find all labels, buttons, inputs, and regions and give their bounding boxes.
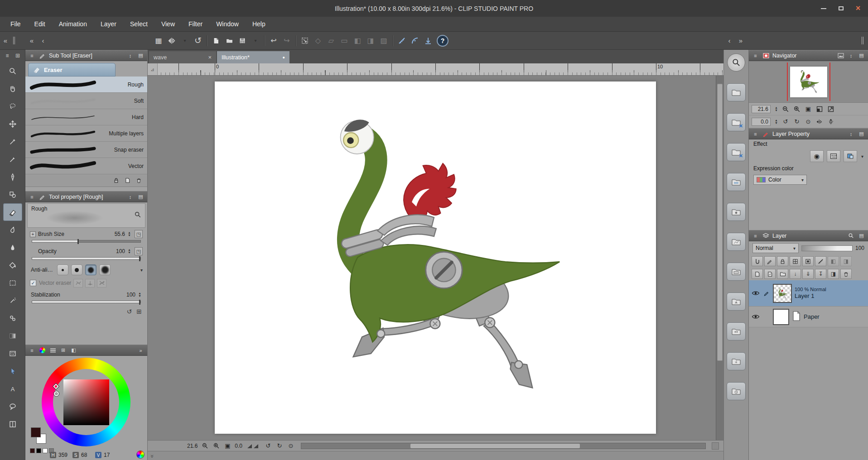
save-dropdown-icon[interactable]: [251, 35, 260, 46]
create-mask-icon[interactable]: ◨: [828, 269, 839, 279]
operation-tool[interactable]: [3, 362, 22, 380]
layer-opacity-value[interactable]: 100: [855, 245, 864, 251]
panel-grip-icon[interactable]: ≡: [28, 193, 36, 201]
screentone-right-icon[interactable]: ◨: [366, 35, 375, 46]
collapse-right-panel-icon[interactable]: ‹: [726, 37, 733, 44]
brush-preset-preview[interactable]: Rough: [27, 203, 145, 228]
stabilization-stepper[interactable]: [137, 292, 143, 297]
antialias-dropdown-icon[interactable]: [140, 267, 143, 273]
subtool-item-rough[interactable]: Rough: [25, 77, 147, 93]
nav-zoom-out-icon[interactable]: [781, 105, 791, 114]
layer-search-icon[interactable]: [847, 232, 855, 240]
right-dock-grip-icon[interactable]: [862, 37, 864, 44]
material-image-button[interactable]: [727, 263, 746, 281]
material-download-button[interactable]: [727, 352, 746, 370]
reference-layer-icon[interactable]: ◨: [840, 256, 852, 266]
toolstrip-menu-icon[interactable]: ≡: [4, 52, 11, 59]
workspace-grid-icon[interactable]: ▦: [154, 35, 163, 46]
collapse-toolstrip-icon[interactable]: «: [2, 37, 9, 44]
eraser-tool[interactable]: [3, 203, 22, 221]
lock-transparent-pixels-icon[interactable]: [790, 256, 801, 266]
opacity-stepper[interactable]: [126, 249, 132, 254]
menu-file[interactable]: File: [4, 18, 28, 30]
reset-view-icon[interactable]: ⊙: [287, 442, 295, 450]
status-zoom-value[interactable]: 21.6: [187, 443, 198, 449]
panel-grip-icon[interactable]: ≡: [28, 52, 36, 59]
layer-row-paper[interactable]: Paper: [749, 307, 868, 327]
panel-menu-icon[interactable]: ▤: [858, 52, 865, 59]
page-spread-icon[interactable]: [246, 442, 261, 450]
horizontal-scrollbar[interactable]: [301, 443, 706, 449]
layer-thumbnail[interactable]: [773, 309, 789, 325]
undo-icon[interactable]: ↩: [269, 35, 278, 46]
layer-visibility-icon[interactable]: [751, 290, 760, 296]
layer-thumbnail[interactable]: [773, 284, 792, 303]
frame-border-tool[interactable]: [3, 415, 22, 433]
auto-select-tool[interactable]: [3, 133, 22, 150]
layer-visibility-icon[interactable]: [751, 314, 760, 320]
color-mixer-tab-icon[interactable]: ◧: [70, 346, 77, 354]
reset-rotate-icon[interactable]: ↺: [193, 35, 203, 46]
color-slider-tab-icon[interactable]: [49, 346, 57, 354]
quick-access-panel-button[interactable]: [727, 83, 746, 101]
nav-flip-vertical-icon[interactable]: [826, 117, 836, 126]
expression-color-dropdown[interactable]: Color: [753, 175, 807, 185]
brush-tool[interactable]: [3, 239, 22, 256]
status-fit-icon[interactable]: ▣: [223, 442, 231, 450]
subtool-item-soft[interactable]: Soft: [25, 93, 147, 109]
fill-tool[interactable]: [3, 256, 22, 274]
liquify-icon[interactable]: ▭: [340, 35, 349, 46]
canvas-page[interactable]: [215, 81, 656, 434]
new-vector-layer-icon[interactable]: [764, 269, 776, 279]
maximize-button[interactable]: [834, 4, 847, 14]
menu-layer[interactable]: Layer: [94, 18, 123, 30]
hue-value[interactable]: 359: [58, 452, 70, 458]
figure-tool[interactable]: [3, 186, 22, 203]
vertical-scroll-thumb[interactable]: [717, 84, 723, 361]
menu-window[interactable]: Window: [209, 18, 246, 30]
expand-timeline-icon[interactable]: »: [149, 455, 156, 457]
toolprop-panel-header[interactable]: ≡ Tool property [Rough] ↕ ▤: [25, 191, 147, 202]
tab-wave[interactable]: wave ×: [149, 51, 216, 63]
menu-edit[interactable]: Edit: [28, 18, 52, 30]
navigator-rotation-stepper[interactable]: [773, 119, 779, 125]
brush-size-value[interactable]: 55.6: [107, 231, 125, 237]
subtool-group-eraser[interactable]: Eraser: [28, 63, 116, 77]
flip-canvas-icon[interactable]: [167, 35, 176, 46]
navigator-preview[interactable]: [749, 61, 868, 103]
stabilization-value[interactable]: 100: [117, 292, 135, 298]
brush-size-stepper[interactable]: [126, 231, 132, 237]
lock-subtools-icon[interactable]: [112, 177, 120, 184]
erase-whole-line-button[interactable]: [97, 279, 106, 288]
panel-grip-icon[interactable]: ≡: [752, 232, 759, 240]
text-tool[interactable]: A: [3, 380, 22, 398]
tab-illustration[interactable]: Illustration* ●: [217, 51, 289, 63]
opacity-slider[interactable]: [32, 257, 141, 260]
delete-subtool-icon[interactable]: [135, 177, 143, 184]
layer-name[interactable]: Layer 1: [795, 292, 826, 300]
transform-icon[interactable]: ◇: [313, 35, 323, 46]
snap-to-grid-icon[interactable]: [424, 35, 433, 46]
set-as-ruler-icon[interactable]: [815, 256, 826, 266]
erase-up-to-intersection-button[interactable]: [85, 279, 95, 288]
vector-eraser-checkbox[interactable]: [30, 280, 36, 286]
horizontal-scroll-thumb[interactable]: [410, 444, 580, 448]
status-rotation-value[interactable]: 0.0: [235, 443, 242, 449]
layer-color-effect-button[interactable]: [844, 150, 857, 162]
color-wheel-tab-icon[interactable]: [39, 346, 46, 354]
tone-tool[interactable]: [3, 345, 22, 362]
link-layer-icon[interactable]: ◧: [828, 256, 839, 266]
nav-reset-zoom-icon[interactable]: [826, 105, 836, 114]
subtool-item-hard[interactable]: Hard: [25, 109, 147, 125]
subtool-item-vector[interactable]: Vector: [25, 158, 147, 174]
material-color-pattern-button[interactable]: [727, 173, 746, 191]
lock-layer-icon[interactable]: [777, 256, 788, 266]
layer-name[interactable]: Paper: [804, 313, 820, 320]
expand-brush-size-icon[interactable]: +: [30, 231, 36, 237]
rotate-ccw-icon[interactable]: ↺: [264, 442, 272, 450]
nav-actual-size-icon[interactable]: [815, 105, 825, 114]
move-to-folder-icon[interactable]: ↓: [790, 269, 801, 279]
selection-tool[interactable]: [3, 97, 22, 115]
blend-mode-dropdown[interactable]: Normal: [752, 243, 799, 253]
border-effect-button[interactable]: ◉: [810, 150, 824, 162]
